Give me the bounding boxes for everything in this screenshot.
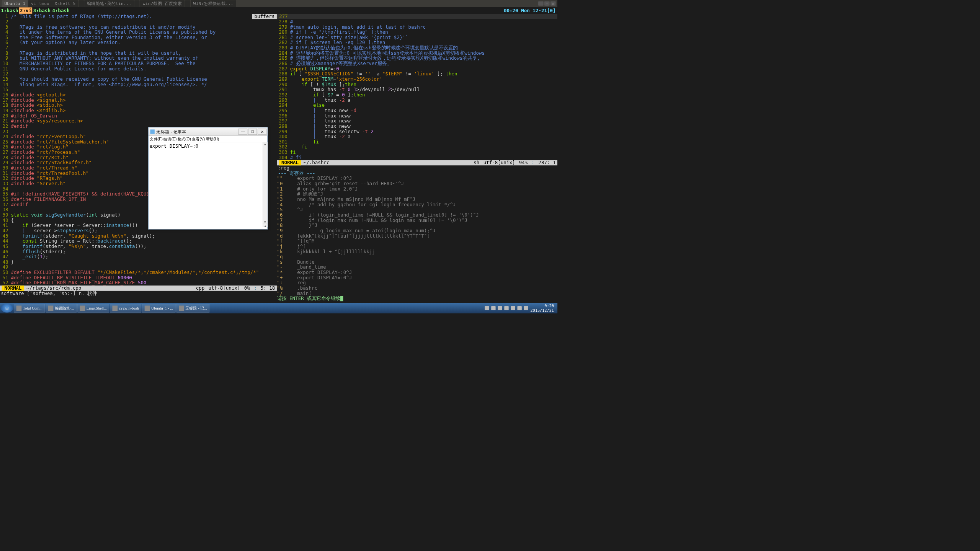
window-titlebar: Ubuntu_1vi-tmux -Xshell 5编辑随笔·我的lin...wi… bbox=[0, 0, 557, 7]
tray-icon[interactable] bbox=[517, 306, 521, 310]
np-menu-item[interactable]: 帮助(H) bbox=[206, 137, 219, 141]
right-code[interactable]: 278#279#tmux auto login, mast add it at … bbox=[277, 19, 558, 160]
tmux-tab[interactable]: 1:bash bbox=[0, 7, 19, 13]
taskbar-item[interactable]: cygwin-bash bbox=[110, 304, 141, 313]
taskbar-item[interactable]: LinuxShell... bbox=[77, 304, 109, 313]
reg-cmd: :reg bbox=[277, 165, 558, 171]
title-tab[interactable] bbox=[78, 0, 84, 7]
tray-icon[interactable] bbox=[504, 306, 508, 310]
notepad-title: 无标题 - 记事本 bbox=[156, 129, 186, 134]
taskbar-app-icon bbox=[113, 306, 118, 311]
right-pos: 287: 1 bbox=[538, 160, 555, 166]
title-tab[interactable]: Ubuntu_1 bbox=[2, 0, 28, 7]
left-pos: 5: 18 bbox=[261, 285, 275, 291]
taskbar-app-icon bbox=[179, 306, 184, 311]
right-enc: utf-8[unix] bbox=[483, 160, 515, 166]
taskbar-app-icon bbox=[16, 306, 22, 311]
taskbar-item[interactable]: Total Com... bbox=[14, 304, 45, 313]
np-menu-item[interactable]: 格式(O) bbox=[178, 137, 191, 141]
taskbar-app-icon bbox=[48, 306, 54, 311]
notepad-menu[interactable]: 文件(F)编辑(E)格式(O)查看(V)帮助(H) bbox=[149, 136, 268, 142]
left-ft: cpp bbox=[196, 285, 205, 291]
tmux-tab[interactable]: 2:vi bbox=[19, 7, 33, 13]
np-minimize-button[interactable]: — bbox=[238, 129, 247, 135]
minimize-button[interactable]: — bbox=[538, 1, 544, 5]
tmux-tab[interactable]: 3:bash bbox=[32, 7, 51, 13]
tray-time[interactable]: 0:20 bbox=[530, 303, 554, 308]
notepad-body[interactable]: export DISPLAY=:0 ▲ ▼ ◢ bbox=[149, 142, 268, 227]
tmux-tab[interactable]: 4:bash bbox=[51, 7, 70, 13]
right-mode: NORMAL bbox=[279, 160, 301, 166]
left-enc: utf-8[unix] bbox=[209, 285, 240, 291]
tmux-clock: 00:20 Mon 12-21[0] bbox=[504, 8, 557, 13]
maximize-button[interactable]: □ bbox=[544, 1, 550, 5]
left-cmdline[interactable]: software ['sɒftweə, 'sɔ:-] n. 软件 bbox=[0, 291, 277, 296]
left-mode: NORMAL bbox=[2, 285, 24, 291]
tray-icon[interactable] bbox=[511, 306, 515, 310]
tray-icon[interactable] bbox=[485, 306, 489, 310]
tray-icon[interactable] bbox=[491, 306, 495, 310]
np-menu-item[interactable]: 查看(V) bbox=[192, 137, 205, 141]
np-maximize-button[interactable]: □ bbox=[248, 129, 257, 135]
left-file: ~/rtags/src/rdm.cpp bbox=[24, 285, 81, 291]
title-tab[interactable]: 编辑随笔·我的lin... bbox=[84, 0, 134, 7]
tray-icon[interactable] bbox=[524, 306, 528, 310]
reg-header: --- 寄存器 --- bbox=[277, 171, 558, 176]
tray-icon[interactable] bbox=[498, 306, 502, 310]
tmux-statusbar: 1:bash2:vi3:bash4:bash 00:20 Mon 12-21[0… bbox=[0, 7, 557, 14]
title-tab[interactable]: vi-tmux -Xshell 5 bbox=[28, 0, 78, 7]
notepad-titlebar[interactable]: 无标题 - 记事本 — □ ✕ bbox=[149, 127, 268, 136]
start-button[interactable]: ⊞ bbox=[1, 304, 13, 313]
system-tray[interactable]: 0:20 2015/12/21 bbox=[485, 303, 557, 313]
right-pane: 277 278#279#tmux auto login, mast add it… bbox=[277, 14, 558, 299]
np-menu-item[interactable]: 编辑(E) bbox=[163, 137, 176, 141]
right-top-num: 277 bbox=[277, 14, 558, 19]
title-tab[interactable] bbox=[185, 0, 190, 7]
taskbar-app-icon bbox=[145, 306, 150, 311]
right-pct: 94% bbox=[519, 160, 528, 166]
notepad-icon bbox=[150, 129, 154, 134]
notepad-window[interactable]: 无标题 - 记事本 — □ ✕ 文件(F)编辑(E)格式(O)查看(V)帮助(H… bbox=[148, 127, 268, 229]
close-button[interactable]: ✕ bbox=[550, 1, 556, 5]
notepad-content[interactable]: export DISPLAY=:0 bbox=[149, 143, 198, 148]
np-close-button[interactable]: ✕ bbox=[258, 129, 266, 135]
np-menu-item[interactable]: 文件(F) bbox=[150, 137, 163, 141]
right-file: ~/.bashrc bbox=[301, 160, 329, 166]
title-tab[interactable]: win7截图_百度搜索 bbox=[140, 0, 185, 7]
taskbar-app-icon bbox=[80, 306, 85, 311]
tray-date[interactable]: 2015/12/21 bbox=[530, 308, 554, 313]
taskbar-item[interactable]: Ubuntu_1 - ... bbox=[142, 304, 176, 313]
title-tab[interactable] bbox=[134, 0, 140, 7]
taskbar[interactable]: ⊞ Total Com...编辑随笔·...LinuxShell...cygwi… bbox=[0, 303, 557, 313]
press-enter-prompt[interactable]: 请按 ENTER 或其它命令继续 bbox=[277, 296, 558, 302]
right-ft: sh bbox=[474, 160, 479, 166]
taskbar-item[interactable]: 编辑随笔·... bbox=[46, 304, 77, 313]
buffers-label: buffers bbox=[252, 14, 277, 19]
window-controls: — □ ✕ bbox=[538, 1, 556, 5]
register-list: "" export DISPLAY=:0^J"0 alias grhb='git… bbox=[277, 176, 558, 296]
title-tab[interactable]: WIN7怎样快速截... bbox=[191, 0, 236, 7]
scroll-up-icon[interactable]: ▲ bbox=[263, 142, 268, 146]
right-statusline: NORMAL ~/.bashrc sh utf-8[unix] 94% : 28… bbox=[277, 160, 558, 166]
notepad-scrollbar[interactable]: ▲ ▼ ◢ bbox=[263, 142, 268, 227]
left-statusline: NORMAL ~/rtags/src/rdm.cpp cpp utf-8[uni… bbox=[0, 285, 277, 291]
left-pct: 0% bbox=[244, 285, 250, 291]
scroll-down-icon[interactable]: ▼ bbox=[263, 220, 268, 224]
taskbar-item[interactable]: 无标题 - 记... bbox=[176, 304, 210, 313]
